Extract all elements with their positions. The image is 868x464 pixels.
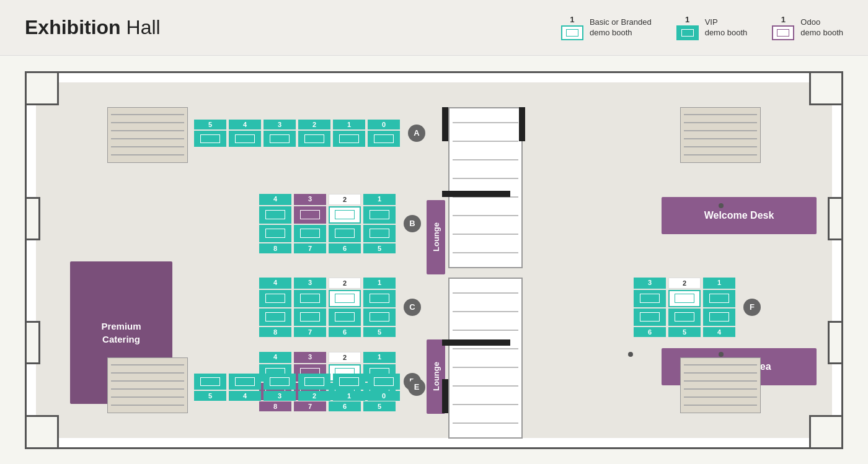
booth-a0: 0: [368, 120, 400, 147]
row-e: 5 4 3: [194, 374, 425, 401]
stair-bottom-right: [680, 357, 761, 413]
legend-item-basic: 1 Basic or Brandeddemo booth: [561, 15, 652, 40]
legend-odoo-label: Odoodemo booth: [800, 17, 843, 38]
booth-f3: [634, 290, 666, 307]
booth-b5: [363, 225, 396, 242]
booth-b1: [363, 206, 396, 224]
legend: 1 Basic or Brandeddemo booth 1 VIPdemo b…: [561, 15, 843, 40]
booth-f4: [703, 309, 735, 326]
booth-a2: 2: [298, 120, 330, 147]
booth-e3: 3: [264, 374, 296, 401]
legend-vip-num: 1: [685, 15, 689, 24]
barrier-mid-d: [442, 339, 510, 346]
lounge-b: Lounge: [427, 200, 445, 274]
legend-booth-vip: [676, 25, 699, 40]
center-stair-bottom: [448, 278, 523, 439]
corner-br: [809, 415, 843, 449]
pillar-6: [719, 352, 724, 357]
legend-booth-odoo-wrap: 1: [772, 15, 794, 40]
legend-booth-basic: [561, 25, 583, 40]
corner-tl: [25, 71, 59, 105]
legend-booth-basic-wrap: 1: [561, 15, 583, 40]
row-c: 4 3 2 1: [259, 278, 421, 337]
booth-a3: 3: [264, 120, 296, 147]
barrier-top-right: [519, 107, 525, 141]
corner-tr: [809, 71, 843, 105]
booth-e0: 0: [368, 374, 400, 401]
notch-left-top: [25, 197, 40, 240]
legend-basic-label: Basic or Brandeddemo booth: [590, 17, 652, 38]
booth-f1: [703, 290, 735, 307]
booth-b7: [294, 225, 326, 242]
row-a: 5 4 3: [194, 120, 425, 147]
pillar-7: [628, 352, 633, 357]
row-label-e: E: [408, 379, 425, 396]
floor-container: Welcome Desk Working Area PremiumCaterin…: [0, 56, 868, 464]
row-label-c: C: [404, 299, 421, 316]
row-label-f: F: [743, 299, 761, 316]
row-label-a: A: [408, 125, 425, 142]
booth-a1: 1: [333, 120, 365, 147]
exhibition-hall: Welcome Desk Working Area PremiumCaterin…: [25, 71, 843, 449]
booth-f6: [634, 309, 666, 326]
legend-booth-odoo-inner: [777, 29, 789, 37]
booth-c7: [294, 309, 326, 326]
row-f: 3 2 1: [634, 278, 761, 337]
legend-vip-label: VIPdemo booth: [705, 17, 748, 38]
legend-booth-vip-inner: [681, 29, 694, 37]
booth-c6: [329, 309, 361, 326]
notch-left-bottom: [25, 321, 40, 364]
lounge-d-label: Lounge: [432, 362, 441, 391]
booth-b4: [259, 206, 291, 224]
welcome-desk: Welcome Desk: [662, 197, 817, 234]
page-title: Exhibition Hall: [25, 16, 161, 39]
booth-b8: [259, 225, 291, 242]
booth-e1: 1: [333, 374, 365, 401]
booth-b6: [329, 225, 361, 242]
pillar-2: [719, 203, 724, 208]
title-light: Hall: [121, 16, 161, 38]
booth-b2: [329, 206, 361, 224]
stair-top-right: [680, 107, 761, 163]
booth-a4: 4: [229, 120, 261, 147]
corner-bl: [25, 415, 59, 449]
booth-f5: [668, 309, 701, 326]
notch-right-bottom: [828, 321, 843, 364]
legend-item-odoo: 1 Odoodemo booth: [772, 15, 843, 40]
legend-basic-num: 1: [570, 15, 574, 24]
booth-f2: [668, 290, 701, 307]
booth-c2: [329, 290, 361, 307]
title-bold: Exhibition: [25, 16, 121, 38]
booth-b3: [294, 206, 326, 224]
lounge-b-label: Lounge: [432, 222, 441, 252]
barrier-top-left: [442, 107, 448, 141]
notch-right-top: [828, 197, 843, 240]
stair-top-left: [107, 107, 188, 163]
legend-odoo-num: 1: [781, 15, 786, 24]
booth-c4: [259, 290, 291, 307]
barrier-mid-b: [442, 191, 510, 197]
booth-e2: 2: [298, 374, 330, 401]
barrier-bottom-left: [442, 379, 448, 413]
booth-c1: [363, 290, 396, 307]
legend-booth-vip-wrap: 1: [676, 15, 699, 40]
booth-e4: 4: [229, 374, 261, 401]
booth-c3: [294, 290, 326, 307]
booth-a5: 5: [194, 120, 226, 147]
stair-bottom-left: [107, 357, 188, 413]
header: Exhibition Hall 1 Basic or Brandeddemo b…: [0, 0, 868, 56]
legend-booth-basic-inner: [566, 29, 578, 37]
booth-c5: [363, 309, 396, 326]
legend-item-vip: 1 VIPdemo booth: [676, 15, 748, 40]
row-b: 4 3 2 1: [259, 194, 421, 253]
booth-c8: [259, 309, 291, 326]
center-stair-top: [448, 107, 523, 268]
booth-e5: 5: [194, 374, 226, 401]
premium-catering-label: PremiumCatering: [101, 320, 141, 346]
row-label-b: B: [404, 215, 421, 232]
welcome-desk-label: Welcome Desk: [704, 210, 774, 221]
legend-booth-odoo: [772, 25, 794, 40]
